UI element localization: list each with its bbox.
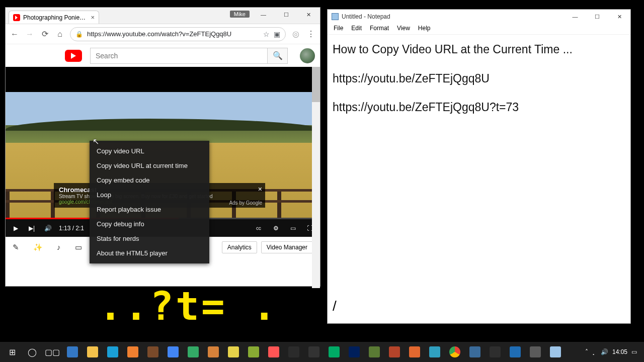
ctx-report[interactable]: Report playback issue <box>90 202 209 217</box>
tutorial-overlay-text: ..?t= . <box>99 284 278 329</box>
tb-app[interactable] <box>143 342 163 362</box>
menu-file[interactable]: File <box>331 24 346 34</box>
theater-icon[interactable]: ▭ <box>288 223 298 233</box>
search-input[interactable] <box>91 48 267 63</box>
user-avatar[interactable] <box>300 48 315 63</box>
tb-app[interactable] <box>244 342 264 362</box>
reload-button[interactable]: ⟳ <box>40 29 50 39</box>
mouse-cursor-icon: ↖ <box>93 137 99 146</box>
ctx-stats[interactable]: Stats for nerds <box>90 231 209 246</box>
tb-app[interactable] <box>183 342 203 362</box>
youtube-search-box: 🔍 <box>90 48 288 64</box>
analytics-button[interactable]: Analytics <box>222 241 257 253</box>
tb-chrome-icon[interactable] <box>445 342 465 362</box>
search-button[interactable]: 🔍 <box>267 48 287 63</box>
np-maximize-button[interactable]: ☐ <box>586 10 608 24</box>
menu-help[interactable]: Help <box>415 24 434 34</box>
volume-icon[interactable]: 🔊 <box>43 223 53 233</box>
tb-app[interactable] <box>203 342 223 362</box>
menu-format[interactable]: Format <box>367 24 392 34</box>
tb-app[interactable] <box>465 342 485 362</box>
tb-app[interactable] <box>425 342 445 362</box>
star-icon[interactable]: ☆ <box>263 30 270 38</box>
notifications-icon[interactable]: ▭ <box>631 348 637 355</box>
wifi-icon[interactable]: ⡀ <box>592 348 597 355</box>
cast-icon[interactable]: ▣ <box>274 30 280 38</box>
browser-tab[interactable]: Photographing Ponies fr × <box>9 11 99 24</box>
np-minimize-button[interactable]: — <box>564 10 586 24</box>
np-line3: https://youtu.be/ZeFTEjQgq8U?t=73 <box>333 99 625 117</box>
video-scenery <box>6 119 320 131</box>
ad-close-icon[interactable]: × <box>258 185 262 193</box>
tb-app[interactable] <box>123 342 143 362</box>
clock[interactable]: 14:05 <box>612 348 627 355</box>
tb-app[interactable] <box>223 342 244 362</box>
taskview-icon[interactable]: ▢▢ <box>42 342 62 362</box>
tb-app[interactable] <box>163 342 183 362</box>
notepad-menu: File Edit Format View Help <box>328 24 630 35</box>
ctx-debug[interactable]: Copy debug info <box>90 217 209 231</box>
tb-app[interactable] <box>304 342 324 362</box>
ctx-copy-url-time[interactable]: Copy video URL at current time <box>90 158 209 173</box>
np-slash: / <box>333 298 337 314</box>
tb-notepad-icon[interactable] <box>545 342 566 362</box>
chrome-tab-strip: Photographing Ponies fr × Mike — ☐ ✕ <box>6 8 320 24</box>
sound-icon[interactable]: 🔊 <box>601 348 608 355</box>
settings-icon[interactable]: ⚙ <box>271 223 281 233</box>
tb-app[interactable] <box>525 342 545 362</box>
play-icon[interactable]: ▶ <box>11 223 21 233</box>
minimize-button[interactable]: — <box>252 8 275 22</box>
ctx-copy-url[interactable]: Copy video URL <box>90 144 209 158</box>
video-manager-button[interactable]: Video Manager <box>261 241 313 253</box>
menu-view[interactable]: View <box>394 24 413 34</box>
tb-explorer-icon[interactable] <box>83 342 103 362</box>
tb-app[interactable] <box>103 342 123 362</box>
back-button[interactable]: ← <box>10 29 20 39</box>
tb-app[interactable] <box>364 342 384 362</box>
close-button[interactable]: ✕ <box>297 8 320 22</box>
system-tray: ˄ ⡀ 🔊 14:05 ▭ <box>585 348 642 355</box>
menu-edit[interactable]: Edit <box>348 24 365 34</box>
notepad-icon <box>332 13 339 20</box>
ad-attribution: Ads by Google <box>229 200 262 206</box>
profile-chip[interactable]: Mike <box>230 11 250 18</box>
notepad-titlebar[interactable]: Untitled - Notepad — ☐ ✕ <box>328 10 630 24</box>
ctx-about[interactable]: About the HTML5 player <box>90 246 209 260</box>
youtube-logo-icon[interactable] <box>65 50 82 62</box>
start-button[interactable]: ⊞ <box>2 342 22 362</box>
tb-app[interactable] <box>264 342 284 362</box>
chrome-window-controls: — ☐ ✕ <box>252 8 320 22</box>
forward-button[interactable]: → <box>25 29 35 39</box>
tray-up-icon[interactable]: ˄ <box>585 348 588 355</box>
video-context-menu: Copy video URL Copy video URL at current… <box>90 141 209 263</box>
address-bar[interactable]: 🔒 https://www.youtube.com/watch?v=ZeFTEj… <box>70 27 286 41</box>
tb-app[interactable] <box>505 342 525 362</box>
next-icon[interactable]: ▶| <box>27 223 37 233</box>
cortana-icon[interactable]: ◯ <box>22 342 42 362</box>
ctx-loop[interactable]: Loop <box>90 188 209 202</box>
captions-icon[interactable]: ㏄ <box>254 223 264 233</box>
chrome-toolbar: ← → ⟳ ⌂ 🔒 https://www.youtube.com/watch?… <box>6 24 320 44</box>
notepad-text-area[interactable]: How to Copy Video URL at the Current Tim… <box>328 35 630 134</box>
maximize-button[interactable]: ☐ <box>275 8 297 22</box>
home-button[interactable]: ⌂ <box>55 29 65 39</box>
tab-close-icon[interactable]: × <box>91 14 95 21</box>
enhance-icon[interactable]: ✨ <box>33 243 43 252</box>
tb-app[interactable] <box>284 342 304 362</box>
chrome-menu-button[interactable]: ⋮ <box>306 29 316 39</box>
ctx-copy-embed[interactable]: Copy embed code <box>90 173 209 188</box>
extension-icon[interactable]: ◎ <box>291 29 301 39</box>
tb-app[interactable] <box>485 342 505 362</box>
notepad-window: Untitled - Notepad — ☐ ✕ File Edit Forma… <box>327 9 631 324</box>
audio-icon[interactable]: ♪ <box>57 243 61 251</box>
tb-app[interactable] <box>384 342 405 362</box>
page-scrollbar[interactable] <box>312 67 320 288</box>
edit-icon[interactable]: ✎ <box>13 243 19 252</box>
cards-icon[interactable]: ▭ <box>75 243 82 252</box>
tb-app[interactable] <box>344 342 364 362</box>
np-line1: How to Copy Video URL at the Current Tim… <box>333 41 625 59</box>
tb-app[interactable] <box>62 342 83 362</box>
np-close-button[interactable]: ✕ <box>608 10 630 24</box>
tb-app[interactable] <box>324 342 344 362</box>
tb-app[interactable] <box>405 342 425 362</box>
